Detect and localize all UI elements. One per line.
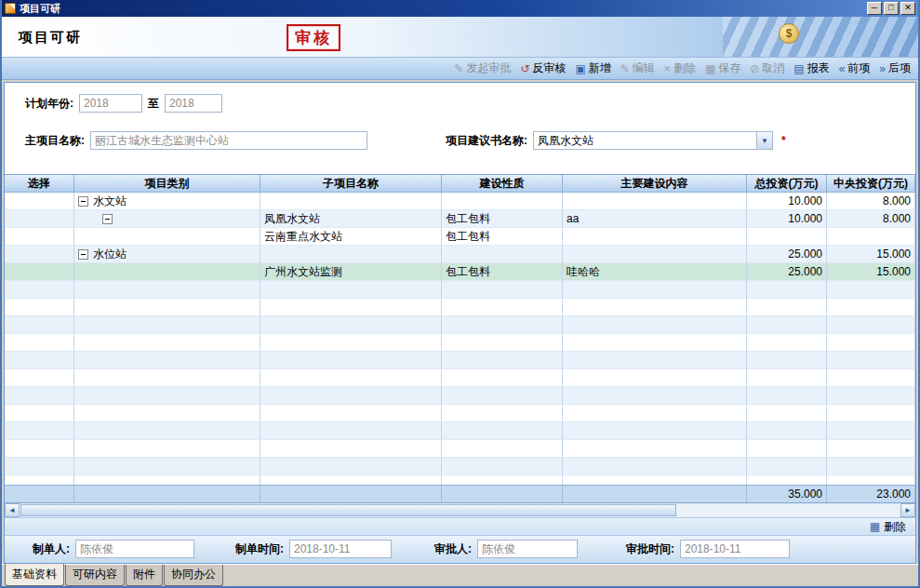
central-investment-cell xyxy=(827,422,915,440)
select-cell[interactable] xyxy=(5,369,74,387)
subproject-cell xyxy=(260,440,442,458)
plan-year-from-input[interactable] xyxy=(79,94,142,113)
select-cell[interactable] xyxy=(5,281,74,299)
category-cell: 水位站 xyxy=(74,246,260,263)
tree-collapse-icon[interactable] xyxy=(78,196,88,207)
tab-attachments[interactable]: 附件 xyxy=(126,565,163,586)
category-cell xyxy=(74,369,260,387)
table-row[interactable] xyxy=(5,369,915,387)
nature-cell xyxy=(442,405,563,422)
select-cell[interactable] xyxy=(5,440,74,458)
horizontal-scrollbar[interactable]: ◄ ► xyxy=(5,502,915,517)
close-button[interactable]: ✕ xyxy=(900,2,915,15)
create-time-input[interactable] xyxy=(289,540,392,558)
column-header-category[interactable]: 项目类别 xyxy=(74,175,260,193)
reverse-audit-button[interactable]: ↺反审核 xyxy=(520,60,566,76)
table-row[interactable]: 水位站 25.000 15.000 xyxy=(5,246,915,263)
plan-year-to-input[interactable] xyxy=(165,94,222,113)
minimize-button[interactable]: ─ xyxy=(867,2,882,15)
tab-basic-info[interactable]: 基础资料 xyxy=(5,564,64,586)
column-header-select[interactable]: 选择 xyxy=(5,175,74,193)
prev-item-button[interactable]: «前项 xyxy=(839,60,871,76)
subproject-cell xyxy=(260,352,442,369)
table-row[interactable] xyxy=(5,281,915,299)
column-header-content[interactable]: 主要建设内容 xyxy=(563,175,747,193)
report-button[interactable]: ▤报表 xyxy=(793,60,829,76)
to-label: 至 xyxy=(148,96,159,112)
table-row[interactable] xyxy=(5,458,915,475)
scroll-left-icon[interactable]: ◄ xyxy=(5,503,20,517)
table-row[interactable] xyxy=(5,422,915,440)
select-cell[interactable] xyxy=(5,458,74,475)
scroll-right-icon[interactable]: ► xyxy=(900,503,915,517)
select-cell[interactable] xyxy=(5,228,74,246)
delete-button[interactable]: ×删除 xyxy=(664,60,696,76)
table-row[interactable] xyxy=(5,352,915,369)
table-row[interactable]: 水文站 10.000 8.000 xyxy=(5,193,915,210)
proposal-combobox[interactable]: ▼ xyxy=(533,131,773,150)
approve-time-input[interactable] xyxy=(680,540,790,558)
select-cell[interactable] xyxy=(5,387,74,405)
main-project-input[interactable] xyxy=(90,131,367,150)
tab-feasibility-content[interactable]: 可研内容 xyxy=(65,565,125,586)
table-row[interactable] xyxy=(5,475,915,485)
column-header-central[interactable]: 中央投资(万元) xyxy=(827,175,915,193)
table-row[interactable]: 云南重点水文站 包工包料 xyxy=(5,228,915,246)
next-item-button[interactable]: »后项 xyxy=(879,60,911,76)
table-row[interactable] xyxy=(5,334,915,352)
chevron-down-icon[interactable]: ▼ xyxy=(756,131,773,150)
central-investment-cell xyxy=(827,281,915,299)
table-row[interactable] xyxy=(5,440,915,458)
total-investment-sum: 35.000 xyxy=(747,485,827,502)
nature-cell xyxy=(442,387,563,405)
select-cell[interactable] xyxy=(5,246,74,263)
page-header: $ 项目可研 审核 xyxy=(2,17,918,58)
column-header-total[interactable]: 总投资(万元) xyxy=(747,175,827,193)
tab-collaboration[interactable]: 协同办公 xyxy=(164,565,223,586)
table-row[interactable] xyxy=(5,387,915,405)
select-cell[interactable] xyxy=(5,475,74,485)
proposal-input[interactable] xyxy=(533,131,756,150)
table-row[interactable] xyxy=(5,405,915,422)
nature-cell xyxy=(442,422,563,440)
nature-cell xyxy=(442,316,563,334)
table-row[interactable]: 凤凰水文站 包工包料 aa 10.000 8.000 xyxy=(5,210,915,228)
subproject-cell xyxy=(260,422,442,440)
select-cell[interactable] xyxy=(5,316,74,334)
category-cell xyxy=(74,458,260,475)
select-cell[interactable] xyxy=(5,334,74,352)
select-cell[interactable] xyxy=(5,405,74,422)
add-button[interactable]: ▣新增 xyxy=(575,60,610,76)
select-cell[interactable] xyxy=(5,263,74,281)
column-header-subproject[interactable]: 子项目名称 xyxy=(260,175,442,193)
column-header-nature[interactable]: 建设性质 xyxy=(442,175,563,193)
table-row[interactable] xyxy=(5,299,915,316)
creator-input[interactable] xyxy=(75,540,194,558)
select-cell[interactable] xyxy=(5,422,74,440)
app-window: 项目可研 ─ □ ✕ $ 项目可研 审核 ✎发起审批 ↺反审核 ▣新增 ✎编辑 … xyxy=(0,0,920,588)
content-cell xyxy=(563,369,747,387)
prev-item-icon: « xyxy=(839,63,846,74)
content-cell xyxy=(563,352,747,369)
nature-cell xyxy=(442,246,563,263)
select-cell[interactable] xyxy=(5,193,74,210)
cancel-button[interactable]: ⊘取消 xyxy=(750,60,784,76)
category-cell xyxy=(74,334,260,352)
table-row[interactable] xyxy=(5,316,915,334)
select-cell[interactable] xyxy=(5,352,74,369)
select-cell[interactable] xyxy=(5,299,74,316)
start-approval-button[interactable]: ✎发起审批 xyxy=(454,60,511,76)
save-button[interactable]: ▦保存 xyxy=(705,60,740,76)
row-delete-button[interactable]: ▦ 删除 xyxy=(870,519,906,535)
maximize-button[interactable]: □ xyxy=(884,2,899,15)
central-investment-cell xyxy=(827,316,915,334)
tree-collapse-icon[interactable] xyxy=(102,214,113,224)
edit-button[interactable]: ✎编辑 xyxy=(620,60,655,76)
tree-collapse-icon[interactable] xyxy=(78,249,88,260)
select-cell[interactable] xyxy=(5,210,74,228)
content-cell: 哇哈哈 xyxy=(563,263,747,281)
category-cell xyxy=(74,281,260,299)
approver-input[interactable] xyxy=(477,540,578,558)
table-row[interactable]: 广州水文站监测 包工包料 哇哈哈 25.000 15.000 xyxy=(5,263,915,281)
scrollbar-thumb[interactable] xyxy=(20,504,676,516)
